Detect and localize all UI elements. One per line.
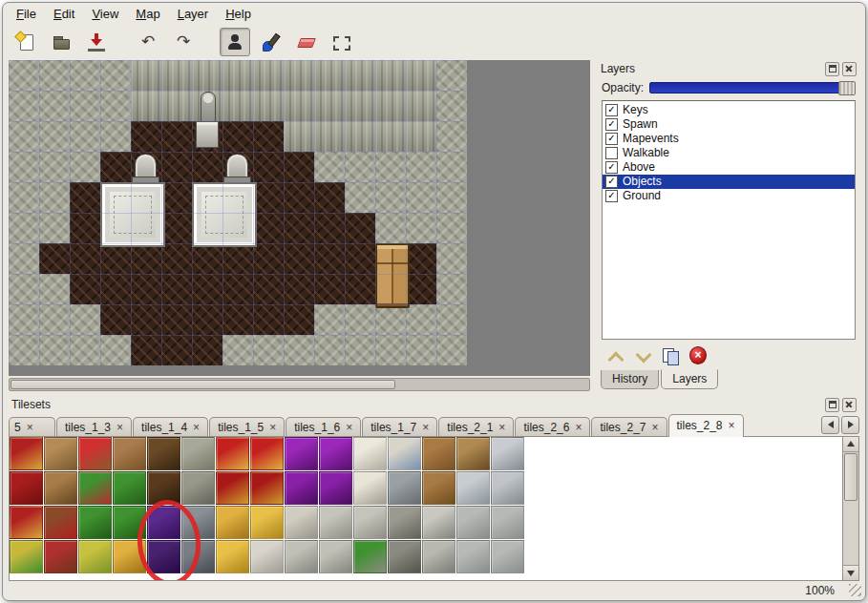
tile-throne-red-low[interactable] [216, 471, 249, 505]
tile-flag-green[interactable] [10, 540, 43, 573]
tileset-tab-tiles_1_3[interactable]: tiles_1_3× [56, 417, 132, 437]
tileset-tab-tiles_2_8[interactable]: tiles_2_8× [668, 414, 744, 437]
tileset-tab-tiles_2_7[interactable]: tiles_2_7× [591, 417, 667, 437]
opacity-slider-handle[interactable] [838, 81, 856, 95]
tile-throne-red-low-2[interactable] [250, 471, 284, 505]
lower-layer-button[interactable] [633, 346, 652, 365]
tile-throne-purple-low[interactable] [285, 471, 318, 505]
map-scrollbar-thumb[interactable] [11, 380, 395, 389]
close-tab-icon[interactable]: × [575, 423, 582, 432]
tile-statue-praying[interactable] [285, 506, 318, 539]
raise-layer-button[interactable] [605, 346, 625, 365]
tile-banner-red-2[interactable] [10, 506, 43, 539]
tile-door-gray-low[interactable] [181, 540, 215, 573]
menu-view[interactable]: View [84, 5, 126, 23]
layer-checkbox[interactable] [605, 147, 618, 159]
tile-throne-red[interactable] [216, 437, 249, 470]
tileset-tab-tiles_1_6[interactable]: tiles_1_6× [286, 417, 361, 437]
close-tab-icon[interactable]: × [193, 423, 200, 432]
scroll-tabs-left-button[interactable] [821, 416, 839, 434]
tile-horn-gold[interactable] [113, 540, 146, 573]
close-tab-icon[interactable]: × [269, 423, 276, 432]
close-tab-icon[interactable]: × [27, 423, 33, 432]
close-tab-icon[interactable]: × [729, 421, 735, 430]
tab-layers[interactable]: Layers [661, 369, 718, 389]
float-panel-icon[interactable] [825, 398, 839, 412]
eraser-tool-button[interactable] [290, 28, 321, 56]
resize-grip[interactable] [849, 584, 861, 596]
tile-blocks-2[interactable] [491, 506, 524, 539]
layer-checkbox[interactable]: ✓ [605, 176, 618, 188]
tile-wardrobe-top[interactable] [147, 437, 180, 470]
tile-wardrobe-low[interactable] [147, 471, 180, 505]
tile-monument[interactable] [422, 506, 455, 539]
tile-loom[interactable] [44, 437, 77, 470]
scroll-up-button[interactable] [843, 437, 858, 452]
tile-arch[interactable] [181, 437, 215, 470]
tile-door-purple[interactable] [147, 506, 180, 539]
layer-row-objects[interactable]: ✓Objects [603, 175, 855, 189]
new-file-button[interactable] [11, 28, 41, 56]
tile-armor-3[interactable] [491, 471, 524, 505]
tile-grid[interactable] [10, 437, 842, 581]
map-horizontal-scrollbar[interactable] [9, 378, 590, 391]
tile-loom-low[interactable] [44, 471, 77, 505]
tile-armor[interactable] [491, 437, 524, 470]
tab-history[interactable]: History [601, 370, 659, 389]
layer-checkbox[interactable]: ✓ [605, 190, 618, 202]
tile-pillar-white[interactable] [353, 437, 387, 470]
scroll-tabs-right-button[interactable] [841, 416, 859, 434]
close-tab-icon[interactable]: × [346, 423, 352, 432]
tileset-tab-5[interactable]: 5× [9, 417, 55, 437]
opacity-slider[interactable] [649, 82, 856, 94]
tile-dresser[interactable] [422, 437, 455, 470]
tile-statue-low[interactable] [285, 540, 318, 573]
tile-armor-2[interactable] [456, 471, 490, 505]
tile-gold-key[interactable] [216, 506, 249, 539]
redo-button[interactable]: ↷ [168, 28, 199, 56]
tile-bookshelf[interactable] [44, 506, 77, 539]
tile-bench[interactable] [113, 437, 146, 470]
tile-blocks[interactable] [456, 506, 490, 539]
tile-obelisk[interactable] [353, 471, 387, 505]
panel-splitter[interactable] [590, 60, 598, 391]
tile-plant-3[interactable] [113, 506, 146, 539]
save-button[interactable] [81, 28, 112, 56]
tile-door-purple-low[interactable] [147, 540, 180, 573]
tile-statue-low-2[interactable] [319, 540, 352, 573]
tile-plant-pot[interactable] [78, 471, 112, 505]
tile-orb-stand[interactable] [78, 437, 112, 470]
tile-monument-low[interactable] [422, 540, 455, 573]
tileset-tab-tiles_2_1[interactable]: tiles_2_1× [438, 417, 514, 437]
layer-row-ground[interactable]: ✓Ground [603, 189, 855, 203]
tile-banner-red-low[interactable] [10, 471, 43, 505]
select-tool-button[interactable] [326, 28, 356, 56]
tile-door-gray[interactable] [181, 506, 215, 539]
stamp-tool-button[interactable] [220, 28, 250, 56]
tile-rocks[interactable] [250, 540, 284, 573]
layer-row-mapevents[interactable]: ✓Mapevents [603, 132, 855, 146]
tile-blocks-4[interactable] [491, 540, 524, 573]
tile-arch-low[interactable] [181, 471, 215, 505]
menu-map[interactable]: Map [128, 5, 167, 23]
layer-checkbox[interactable]: ✓ [605, 133, 618, 145]
close-panel-icon[interactable] [842, 62, 857, 76]
layer-row-spawn[interactable]: ✓Spawn [603, 117, 855, 132]
menu-help[interactable]: Help [218, 5, 259, 23]
tile-plant-2[interactable] [78, 506, 112, 539]
tileset-vertical-scrollbar[interactable] [842, 437, 858, 581]
tile-throne-purple-low-2[interactable] [319, 471, 352, 505]
tile-gargoyle[interactable] [388, 506, 421, 539]
layer-checkbox[interactable]: ✓ [605, 104, 618, 116]
tile-crate[interactable] [388, 471, 421, 505]
close-panel-icon[interactable] [842, 398, 857, 412]
tile-plant-banana[interactable] [78, 540, 112, 573]
tile-throne-purple-2[interactable] [319, 437, 352, 470]
tile-throne-red-2[interactable] [250, 437, 284, 470]
layer-checkbox[interactable]: ✓ [605, 118, 618, 131]
close-tab-icon[interactable]: × [651, 423, 658, 432]
undo-button[interactable]: ↶ [133, 28, 163, 56]
tile-gargoyle-low[interactable] [388, 540, 421, 573]
scroll-down-button[interactable] [843, 565, 858, 580]
tile-angel-statue[interactable] [319, 506, 352, 539]
